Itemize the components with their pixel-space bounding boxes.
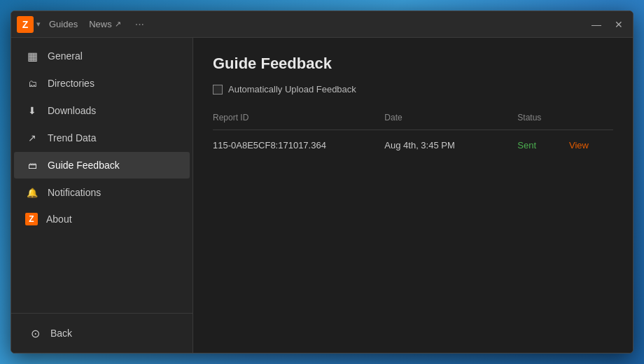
- title-nav: Guides News ↗ ···: [49, 18, 588, 31]
- sidebar-label-downloads: Downloads: [48, 105, 96, 116]
- auto-upload-label: Automatically Upload Feedback: [228, 84, 356, 94]
- sidebar-label-notifications: Notifications: [48, 187, 101, 198]
- cell-status: Sent: [517, 140, 536, 150]
- app-window: Z ▾ Guides News ↗ ··· — ✕ ▦ General: [10, 10, 634, 354]
- sidebar-item-notifications[interactable]: 🔔 Notifications: [14, 179, 190, 206]
- nav-guides[interactable]: Guides: [49, 19, 78, 29]
- auto-upload-checkbox[interactable]: [213, 85, 223, 94]
- downloads-icon: ⬇: [25, 104, 39, 118]
- sidebar-item-directories[interactable]: 🗂 Directories: [14, 70, 190, 97]
- minimize-button[interactable]: —: [588, 16, 605, 33]
- sidebar-label-trend-data: Trend Data: [48, 132, 97, 144]
- trend-data-icon: ↗: [25, 131, 39, 145]
- view-link[interactable]: View: [569, 140, 589, 150]
- sidebar-bottom: ⊙ Back: [11, 313, 192, 353]
- page-title: Guide Feedback: [213, 55, 613, 73]
- sidebar-item-downloads[interactable]: ⬇ Downloads: [14, 97, 190, 124]
- nav-more[interactable]: ···: [135, 18, 144, 31]
- col-action: [569, 108, 613, 130]
- logo-arrow[interactable]: ▾: [36, 20, 41, 29]
- sidebar-nav: ▦ General 🗂 Directories ⬇ Downloads ↗ Tr…: [11, 38, 192, 313]
- nav-news-label: News: [89, 19, 112, 29]
- cell-report-id: 115-0A8E5CF8:171017.364: [213, 130, 384, 161]
- col-date: Date: [384, 108, 517, 130]
- sidebar-label-back: Back: [50, 328, 72, 339]
- sidebar-label-guide-feedback: Guide Feedback: [48, 160, 120, 171]
- directories-icon: 🗂: [25, 76, 39, 90]
- sidebar-item-about[interactable]: Z About: [14, 206, 190, 232]
- main-content: ▦ General 🗂 Directories ⬇ Downloads ↗ Tr…: [11, 38, 633, 353]
- sidebar-label-about: About: [46, 214, 72, 225]
- nav-news[interactable]: News ↗: [89, 19, 121, 29]
- sidebar-label-general: General: [48, 50, 83, 62]
- app-logo: Z: [17, 16, 34, 33]
- about-icon: Z: [25, 213, 38, 225]
- auto-upload-row: Automatically Upload Feedback: [213, 84, 613, 94]
- sidebar-item-general[interactable]: ▦ General: [14, 43, 190, 69]
- table-row: 115-0A8E5CF8:171017.364 Aug 4th, 3:45 PM…: [213, 130, 613, 161]
- title-bar: Z ▾ Guides News ↗ ··· — ✕: [11, 11, 633, 38]
- nav-news-arrow: ↗: [115, 20, 121, 29]
- notifications-icon: 🔔: [25, 186, 39, 200]
- content-area: Guide Feedback Automatically Upload Feed…: [193, 38, 633, 353]
- sidebar-item-guide-feedback[interactable]: 🗃 Guide Feedback: [14, 152, 190, 178]
- cell-date: Aug 4th, 3:45 PM: [384, 130, 517, 161]
- col-status: Status: [517, 108, 569, 130]
- sidebar: ▦ General 🗂 Directories ⬇ Downloads ↗ Tr…: [11, 38, 193, 353]
- window-controls: — ✕: [588, 16, 627, 33]
- feedback-table: Report ID Date Status 115-0A8E5CF8:17101…: [213, 108, 613, 160]
- guide-feedback-icon: 🗃: [25, 158, 39, 172]
- col-report-id: Report ID: [213, 108, 384, 130]
- back-icon: ⊙: [28, 326, 42, 340]
- sidebar-item-back[interactable]: ⊙ Back: [17, 320, 187, 346]
- close-button[interactable]: ✕: [610, 16, 627, 33]
- sidebar-label-directories: Directories: [48, 78, 94, 89]
- general-icon: ▦: [25, 49, 39, 63]
- sidebar-item-trend-data[interactable]: ↗ Trend Data: [14, 125, 190, 151]
